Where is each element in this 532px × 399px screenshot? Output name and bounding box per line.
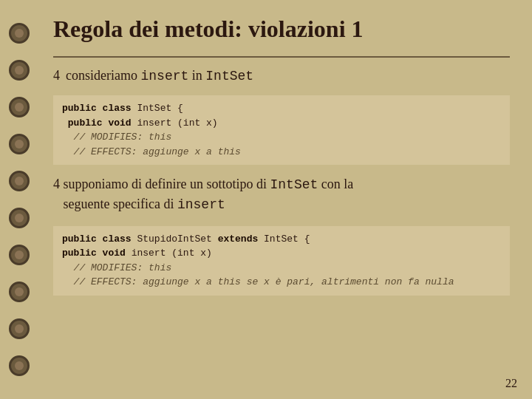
section1-text: consideriamo insert in IntSet <box>66 68 253 83</box>
code-line: // EFFECTS: aggiunge x a this <box>62 145 501 160</box>
section2-text: supponiamo di definire un sottotipo di I… <box>53 177 353 211</box>
slide-title: Regola dei metodi: violazioni 1 <box>53 15 510 43</box>
code-block-1: public class IntSet { public void insert… <box>53 95 510 165</box>
section2-label: 4 supponiamo di definire un sottotipo di… <box>53 175 510 214</box>
page-number: 22 <box>505 377 517 390</box>
section1-code1: insert <box>140 69 188 83</box>
section1-number: 4 <box>53 68 60 83</box>
spiral-ring <box>9 355 30 376</box>
main-content: Regola dei metodi: violazioni 1 4 consid… <box>38 0 532 399</box>
spiral-ring <box>9 318 30 339</box>
spiral-ring <box>9 134 30 154</box>
spiral-binding <box>0 0 38 399</box>
code-line: // EFFECTS: aggiunge x a this se x è par… <box>62 275 501 290</box>
code-line: public void insert (int x) <box>62 116 501 131</box>
section1-code2: IntSet <box>205 69 253 83</box>
spiral-ring <box>9 282 30 302</box>
divider <box>53 56 510 58</box>
code-line: public class IntSet { <box>62 101 501 116</box>
code-line: public void insert (int x) <box>62 246 501 261</box>
section2-number: 4 <box>53 177 64 191</box>
code-line: // MODIFIES: this <box>62 261 501 276</box>
spiral-ring <box>9 245 30 265</box>
code-line: // MODIFIES: this <box>62 130 501 145</box>
code-line: public class StupidoIntSet extends IntSe… <box>62 232 501 247</box>
spiral-ring <box>9 208 30 228</box>
section1-label: 4 consideriamo insert in IntSet <box>53 68 510 83</box>
spiral-ring <box>9 171 30 191</box>
spiral-ring <box>9 97 30 117</box>
code-block-2: public class StupidoIntSet extends IntSe… <box>53 226 510 296</box>
slide: Regola dei metodi: violazioni 1 4 consid… <box>0 0 532 399</box>
section2-code1: IntSet <box>270 177 318 192</box>
spiral-ring <box>9 60 30 81</box>
spiral-ring <box>9 23 30 44</box>
section2-code2: insert <box>177 197 225 212</box>
